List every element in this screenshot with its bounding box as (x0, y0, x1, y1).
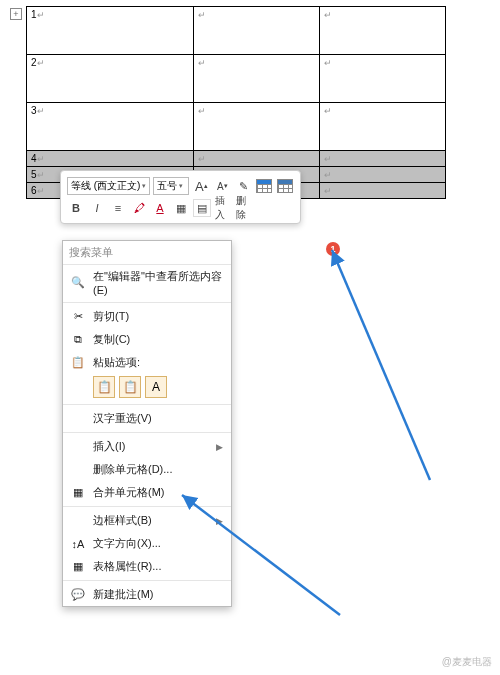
table-row: 1↵↵↵ (27, 7, 446, 55)
menu-han-reselect[interactable]: 汉字重选(V) (63, 407, 231, 430)
insert-label: 插入 (214, 199, 232, 217)
watermark: @麦麦电器 (442, 655, 492, 669)
highlight-button[interactable]: 🖍 (130, 199, 148, 217)
italic-button[interactable]: I (88, 199, 106, 217)
table-row-selected: 4↵↵↵ (27, 151, 446, 167)
lookup-icon: 🔍 (71, 276, 85, 290)
font-color-button[interactable]: A (151, 199, 169, 217)
align-button[interactable]: ≡ (109, 199, 127, 217)
font-name-select[interactable]: 等线 (西文正文)▾ (67, 177, 150, 195)
shrink-font-button[interactable]: A▾ (213, 177, 231, 195)
menu-text-direction[interactable]: ↕A文字方向(X)... (63, 532, 231, 555)
cell-align-button[interactable]: ▤ (193, 199, 211, 217)
menu-lookup[interactable]: 🔍在"编辑器"中查看所选内容(E) (63, 265, 231, 300)
font-size-select[interactable]: 五号▾ (153, 177, 189, 195)
bold-button[interactable]: B (67, 199, 85, 217)
chevron-right-icon: ▶ (216, 442, 223, 452)
menu-merge-cells[interactable]: ▦合并单元格(M) (63, 481, 231, 504)
format-painter-button[interactable]: ✎ (234, 177, 252, 195)
table-properties-icon: ▦ (71, 560, 85, 574)
mini-toolbar: 等线 (西文正文)▾ 五号▾ A▴ A▾ ✎ B I ≡ 🖍 A ▦ ▤ 插入 … (60, 170, 301, 224)
borders-button[interactable]: ▦ (172, 199, 190, 217)
annotation-marker-1: 1 (326, 242, 340, 256)
context-menu: 搜索菜单 🔍在"编辑器"中查看所选内容(E) ✂剪切(T) ⧉复制(C) 📋粘贴… (62, 240, 232, 607)
chevron-right-icon: ▶ (216, 516, 223, 526)
comment-icon: 💬 (71, 588, 85, 602)
menu-delete-cells[interactable]: 删除单元格(D)... (63, 458, 231, 481)
grow-font-button[interactable]: A▴ (192, 177, 210, 195)
menu-paste-label: 📋粘贴选项: (63, 351, 231, 374)
menu-search-input[interactable]: 搜索菜单 (63, 241, 231, 265)
paste-option-merge[interactable]: 📋 (119, 376, 141, 398)
table-row: 3↵↵↵ (27, 103, 446, 151)
table-row: 2↵↵↵ (27, 55, 446, 103)
insert-table-button[interactable] (255, 177, 273, 195)
annotation-arrow-1 (320, 240, 470, 500)
menu-insert[interactable]: 插入(I)▶ (63, 435, 231, 458)
text-direction-icon: ↕A (71, 537, 85, 551)
scissors-icon: ✂ (71, 310, 85, 324)
menu-border-style[interactable]: 边框样式(B)▶ (63, 509, 231, 532)
paste-option-keep[interactable]: 📋 (93, 376, 115, 398)
delete-label: 删除 (235, 199, 253, 217)
menu-table-properties[interactable]: ▦表格属性(R)... (63, 555, 231, 578)
merge-icon: ▦ (71, 486, 85, 500)
delete-table-button[interactable] (276, 177, 294, 195)
paste-option-text[interactable]: A (145, 376, 167, 398)
menu-cut[interactable]: ✂剪切(T) (63, 305, 231, 328)
menu-copy[interactable]: ⧉复制(C) (63, 328, 231, 351)
svg-line-0 (332, 250, 430, 480)
table-move-handle[interactable] (10, 8, 22, 20)
copy-icon: ⧉ (71, 333, 85, 347)
menu-new-comment[interactable]: 💬新建批注(M) (63, 583, 231, 606)
clipboard-icon: 📋 (71, 356, 85, 370)
